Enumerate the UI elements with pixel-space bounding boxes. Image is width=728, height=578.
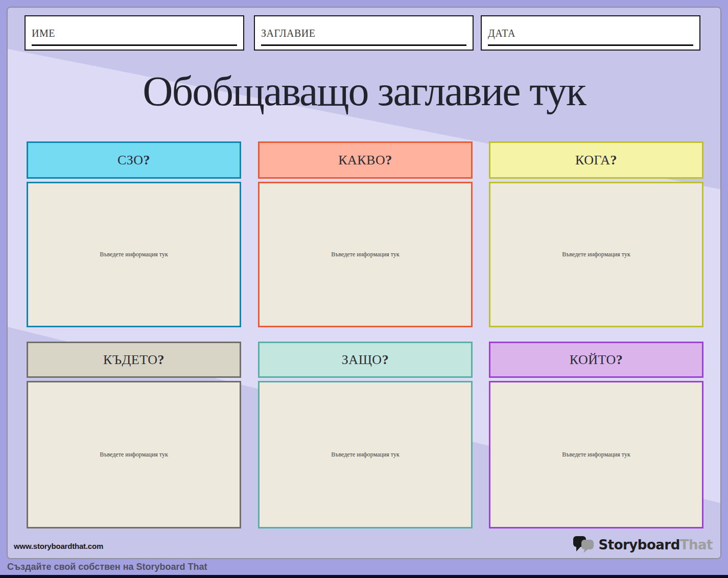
title-field-underline: [261, 44, 466, 46]
name-field-underline: [32, 44, 237, 46]
question-mark: ?: [385, 153, 392, 168]
section-when-label: КОГА: [575, 153, 610, 168]
section-when-header: КОГА?: [489, 141, 703, 179]
footer-credit-text: Създайте свой собствен на Storyboard Tha…: [7, 562, 207, 572]
section-what: КАКВО? Въведете информация тук: [258, 141, 473, 327]
date-field-underline: [488, 44, 693, 46]
section-which-label: КОЙТО: [570, 352, 616, 368]
section-which-input[interactable]: Въведете информация тук: [489, 381, 703, 528]
section-who-header: СЗО?: [27, 141, 241, 179]
section-where-label: КЪДЕТО: [103, 352, 158, 368]
section-which-placeholder: Въведете информация тук: [562, 451, 630, 459]
section-where-header: КЪДЕТО?: [27, 342, 241, 378]
section-which: КОЙТО? Въведете информация тук: [489, 342, 703, 528]
section-what-header: КАКВО?: [258, 141, 473, 179]
section-what-input[interactable]: Въведете информация тук: [258, 182, 473, 327]
section-which-header: КОЙТО?: [489, 342, 703, 378]
section-who-placeholder: Въведете информация тук: [100, 251, 168, 258]
section-who-input[interactable]: Въведете информация тук: [27, 182, 241, 327]
logo-text-storyboard: Storyboard: [599, 537, 680, 552]
page-title[interactable]: Обобщаващо заглавие тук: [0, 67, 728, 115]
title-field[interactable]: ЗАГЛАВИЕ: [254, 15, 474, 51]
name-field[interactable]: ИМЕ: [25, 15, 244, 51]
question-mark: ?: [616, 352, 623, 368]
section-when-input[interactable]: Въведете информация тук: [489, 182, 703, 327]
section-who-label: СЗО: [118, 153, 144, 168]
storyboardthat-logo: StoryboardThat: [573, 535, 713, 555]
bottom-bar: [0, 575, 728, 578]
section-where-placeholder: Въведете информация тук: [100, 451, 168, 459]
question-mark: ?: [610, 153, 617, 168]
section-why-label: ЗАЩО: [342, 352, 382, 368]
logo-text-that: That: [680, 537, 713, 552]
speech-bubbles-icon: [573, 535, 595, 555]
section-why-header: ЗАЩО?: [258, 342, 473, 378]
question-mark: ?: [382, 352, 389, 368]
section-when-placeholder: Въведете информация тук: [562, 251, 630, 258]
section-why: ЗАЩО? Въведете информация тук: [258, 342, 473, 528]
section-why-placeholder: Въведете информация тук: [331, 451, 400, 459]
section-what-placeholder: Въведете информация тук: [331, 251, 400, 258]
date-field[interactable]: ДАТА: [481, 15, 700, 51]
name-field-label: ИМЕ: [32, 27, 55, 39]
date-field-label: ДАТА: [488, 27, 515, 39]
section-where: КЪДЕТО? Въведете информация тук: [27, 342, 241, 528]
section-where-input[interactable]: Въведете информация тук: [27, 381, 241, 528]
section-what-label: КАКВО: [338, 153, 385, 168]
section-who: СЗО? Въведете информация тук: [27, 141, 241, 327]
section-why-input[interactable]: Въведете информация тук: [258, 381, 473, 528]
question-mark: ?: [158, 352, 165, 368]
website-url: www.storyboardthat.com: [14, 542, 103, 550]
section-when: КОГА? Въведете информация тук: [489, 141, 703, 327]
title-field-label: ЗАГЛАВИЕ: [261, 27, 316, 39]
question-mark: ?: [144, 153, 151, 168]
